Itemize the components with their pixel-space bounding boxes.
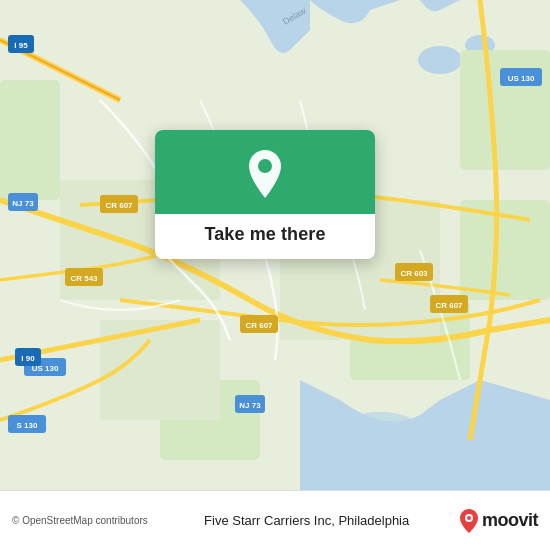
moovit-logo: moovit — [458, 508, 538, 534]
take-me-there-button[interactable]: Take me there — [204, 224, 325, 244]
location-pin-icon — [243, 148, 287, 200]
svg-text:CR 607: CR 607 — [245, 321, 273, 330]
bottom-bar: © OpenStreetMap contributors Five Starr … — [0, 490, 550, 550]
svg-text:NJ 73: NJ 73 — [12, 199, 34, 208]
osm-copyright: © OpenStreetMap contributors — [12, 515, 155, 526]
svg-text:I 90: I 90 — [21, 354, 35, 363]
svg-text:I 95: I 95 — [14, 41, 28, 50]
svg-point-38 — [258, 159, 272, 173]
destination-name: Five Starr Carriers Inc, Philadelphia — [204, 513, 409, 528]
svg-text:CR 543: CR 543 — [70, 274, 98, 283]
svg-point-3 — [340, 412, 420, 448]
svg-rect-6 — [0, 80, 60, 200]
svg-text:CR 607: CR 607 — [105, 201, 133, 210]
svg-text:CR 603: CR 603 — [400, 269, 428, 278]
svg-point-40 — [467, 516, 471, 520]
popup-card-bottom: Take me there — [188, 214, 341, 259]
destination-info: Five Starr Carriers Inc, Philadelphia — [163, 513, 450, 528]
popup-card-top — [155, 130, 375, 214]
moovit-text: moovit — [482, 510, 538, 531]
popup-card[interactable]: Take me there — [155, 130, 375, 259]
svg-point-1 — [418, 46, 462, 74]
map-container: Delaw I 95 NJ 73 NJ 73 US 130 US 130 CR … — [0, 0, 550, 490]
svg-text:S 130: S 130 — [17, 421, 38, 430]
svg-text:CR 607: CR 607 — [435, 301, 463, 310]
svg-text:NJ 73: NJ 73 — [239, 401, 261, 410]
moovit-pin-icon — [458, 508, 480, 534]
svg-text:US 130: US 130 — [508, 74, 535, 83]
